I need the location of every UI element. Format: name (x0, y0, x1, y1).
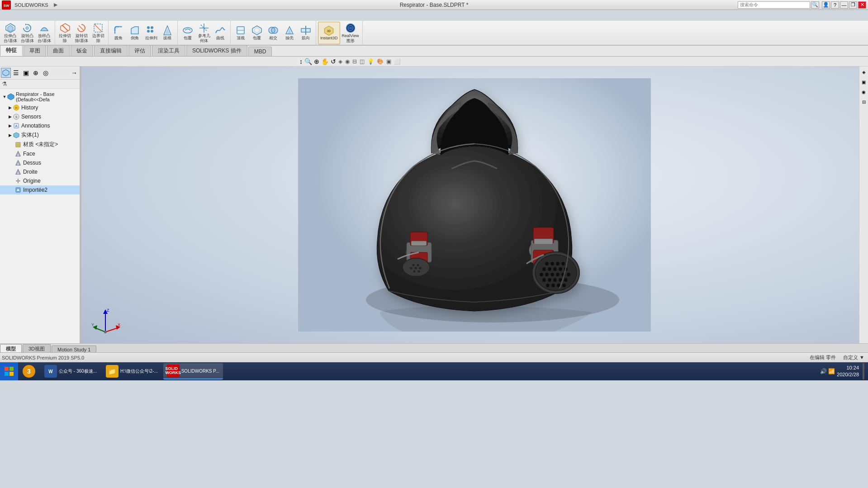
tab-evaluate[interactable]: 评估 (128, 45, 151, 56)
close-button[interactable]: ✕ (858, 1, 866, 9)
tree-item-annotations[interactable]: ▶ A Annotations (0, 121, 80, 130)
apply-scene-icon[interactable]: ⬜ (394, 58, 401, 65)
curves-button[interactable]: 曲线 (212, 22, 228, 44)
tab-surface[interactable]: 曲面 (47, 45, 70, 56)
3d-viewport[interactable]: Z X Y (81, 66, 868, 343)
rotate-icon[interactable]: ↺ (331, 58, 336, 65)
rib-button[interactable]: 筋向 (298, 22, 314, 44)
root-label: Respirator - Base (Default<<Defa (16, 91, 78, 102)
tree-item-droite[interactable]: Droite (0, 167, 80, 176)
shell-button[interactable]: 包覆 (249, 22, 265, 44)
thin-feature-button[interactable]: 抽壳 (281, 22, 298, 44)
extrude-boss-button[interactable]: 拉伸凸台/基体 (2, 22, 19, 44)
tab-sheetmetal[interactable]: 钣金 (71, 45, 93, 56)
realview-button[interactable]: RealView图形 (340, 22, 361, 44)
sensors-expand[interactable]: ▶ (7, 114, 13, 119)
svg-text:Z: Z (107, 308, 109, 313)
toolbar-group-3: 圆角 倒角 拉伸列 (109, 21, 178, 45)
chamfer-button[interactable]: 倒角 (127, 22, 143, 44)
zoom-box-icon[interactable]: ⊕ (314, 58, 319, 65)
revolve-cut-button[interactable]: 旋转切除/基体 (73, 22, 90, 44)
property-manager-icon[interactable]: ☰ (11, 68, 21, 78)
display-style-icon[interactable]: ◈ (338, 58, 342, 65)
taskbar-360[interactable]: 3 (19, 363, 39, 379)
wrap-button[interactable]: 包覆 (180, 22, 196, 44)
tree-item-sensors[interactable]: ▶ S Sensors (0, 112, 80, 121)
help-button[interactable]: ? (831, 1, 839, 9)
tree-item-importee2[interactable]: Importée2 (0, 185, 80, 194)
root-expand[interactable]: ▼ (2, 94, 7, 99)
tab-mbd[interactable]: MBD (248, 47, 272, 56)
hide-show-icon[interactable]: ◉ (345, 58, 350, 65)
intersect-button[interactable]: 相交 (265, 22, 281, 44)
user-icon[interactable]: 👤 (822, 1, 830, 9)
bottom-tab-model[interactable]: 模型 (0, 344, 22, 353)
tree-item-origine[interactable]: Origine (0, 176, 80, 185)
view-orient-icon[interactable]: ◫ (360, 58, 365, 65)
tree-root[interactable]: ▼ Respirator - Base (Default<<Defa (0, 90, 80, 103)
tab-feature[interactable]: 特征 (0, 45, 23, 56)
svg-point-103 (551, 284, 555, 287)
tree-item-face[interactable]: Face (0, 149, 80, 158)
nav-arrow[interactable]: ▶ (54, 2, 57, 8)
taskbar-explorer[interactable]: 📁 H:\微信公众号\2-... (102, 363, 161, 379)
rp-icon-3[interactable]: ◉ (860, 88, 868, 95)
tab-render[interactable]: 渲染工具 (152, 45, 185, 56)
section-view-icon[interactable]: ⊟ (352, 58, 357, 65)
rp-icon-2[interactable]: ▣ (860, 78, 868, 85)
appearance-manager-icon[interactable]: ◎ (41, 68, 51, 78)
realview-label: RealView图形 (342, 33, 359, 43)
ref-geom-button[interactable]: 参考几何体 (196, 22, 212, 44)
bottom-tab-3dview[interactable]: 3D视图 (23, 344, 51, 353)
tree-item-history[interactable]: ▶ H History (0, 103, 80, 112)
solid-label: 实体(1) (21, 131, 39, 139)
wrap-label: 包覆 (184, 36, 192, 41)
tab-sketch[interactable]: 草图 (24, 45, 46, 56)
draft-button[interactable]: 拔模 (159, 22, 175, 44)
model-container[interactable] (81, 66, 868, 343)
search-input[interactable] (738, 1, 810, 9)
app-name: SOLIDWORKS (14, 2, 48, 8)
pan-icon[interactable]: ✋ (321, 58, 329, 65)
start-button[interactable] (0, 362, 18, 380)
search-button[interactable]: 🔍 (811, 1, 819, 9)
minimize-button[interactable]: — (840, 1, 848, 9)
scene-icon[interactable]: ▣ (386, 58, 391, 65)
extrude-cut-button[interactable]: 拉伸切除 (57, 22, 73, 44)
taskbar-solidworks[interactable]: SOLIDWORKS SOLIDWORKS P... (163, 363, 223, 379)
tree-item-solid[interactable]: ▶ 实体(1) (0, 130, 80, 140)
rp-icon-4[interactable]: ⊟ (860, 98, 868, 105)
tab-plugins[interactable]: SOLIDWORKS 插件 (186, 45, 247, 56)
rp-icon-1[interactable]: ◈ (860, 68, 868, 76)
zoom-in-icon[interactable]: 🔍 (304, 58, 312, 65)
feature-manager-icon[interactable] (1, 68, 11, 78)
fillet-button[interactable]: 圆角 (110, 22, 127, 44)
revolve-boss-button[interactable]: 旋转凸台/基体 (19, 22, 36, 44)
show-desktop-icon[interactable] (863, 363, 864, 379)
annotations-expand[interactable]: ▶ (7, 123, 13, 128)
loft-boss-label: 放样凸台/基体 (38, 33, 51, 43)
config-manager-icon[interactable]: ▣ (21, 68, 31, 78)
zoom-fit-icon[interactable]: ↕ (299, 58, 303, 65)
customize-text[interactable]: 自定义 ▼ (843, 354, 868, 361)
top-view-button[interactable]: 顶视 (232, 22, 249, 44)
nav-arrow-panel[interactable]: → (69, 68, 79, 78)
restore-button[interactable]: ❐ (849, 1, 857, 9)
solid-expand[interactable]: ▶ (7, 133, 13, 138)
loft-boss-button[interactable]: 放样凸台/基体 (36, 22, 53, 44)
tree-item-dessus[interactable]: Dessus (0, 158, 80, 167)
panel-splitter[interactable] (80, 66, 81, 345)
history-expand[interactable]: ▶ (7, 105, 13, 110)
instant3d-button[interactable]: 3D Instant3D (318, 22, 340, 44)
face-plane-icon (14, 150, 22, 157)
appearance-icon[interactable]: 🎨 (377, 58, 384, 65)
dim-expert-icon[interactable]: ⊕ (31, 68, 41, 78)
boundary-cut-button[interactable]: 边界切除 (90, 22, 106, 44)
tree-item-material[interactable]: 材质 <未指定> (0, 140, 80, 149)
pattern-button[interactable]: 拉伸列 (143, 22, 159, 44)
lights-icon[interactable]: 💡 (367, 58, 374, 65)
filter-icon[interactable]: ⚗ (2, 81, 7, 87)
annotations-icon: A (13, 122, 20, 129)
taskbar-wechat[interactable]: W 公众号 - 360极速... (41, 363, 100, 379)
tab-direct-edit[interactable]: 直接编辑 (94, 45, 128, 56)
